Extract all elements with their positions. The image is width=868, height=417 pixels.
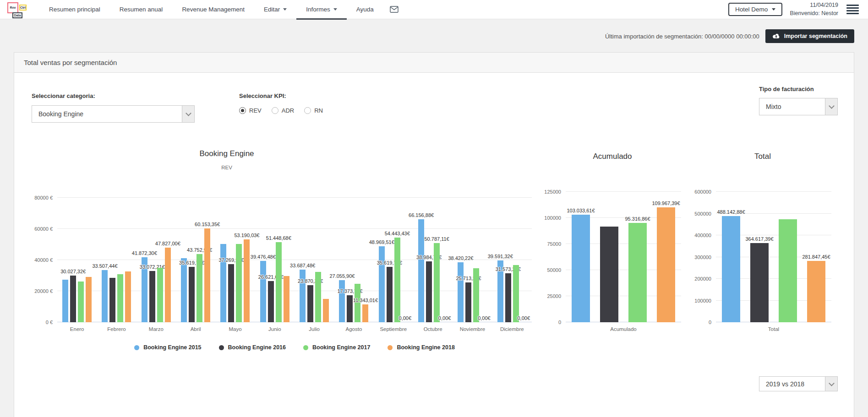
comparison-select[interactable]: 2019 vs 2018 xyxy=(759,376,838,391)
category-group-noviembre: 38.420,22€25.713,26€0,00€ xyxy=(453,198,492,322)
bar xyxy=(125,271,131,322)
bar xyxy=(86,277,92,322)
bar: 39.476,48€ xyxy=(260,261,266,322)
bar xyxy=(600,227,618,322)
bar-value-label: 33.507,44€ xyxy=(92,263,117,269)
chart-total: Total 0100000200000300000400000500000600… xyxy=(688,149,838,351)
chart-title: Total xyxy=(688,152,838,161)
category-select[interactable]: Booking Engine xyxy=(32,105,195,123)
panel-title: Total ventas por segmentación xyxy=(14,53,854,73)
legend-item[interactable]: Booking Engine 2017 xyxy=(303,344,370,351)
main-nav: Resumen principal Resumen anual Revenue … xyxy=(39,0,405,19)
x-category-label: Marzo xyxy=(136,326,176,332)
legend-label: Booking Engine 2015 xyxy=(143,344,201,351)
category-group-diciembre: 39.591,32€31.573,22€0,00€ xyxy=(492,198,532,322)
nav-item-ayuda[interactable]: Ayuda xyxy=(347,0,383,19)
legend-item[interactable]: Booking Engine 2015 xyxy=(134,344,201,351)
radio-unselected-icon[interactable] xyxy=(304,107,311,114)
bar xyxy=(157,268,163,322)
user-info: 11/04/2019 Bienvenido: Nestor xyxy=(790,1,838,17)
nav-item-editar-label: Editar xyxy=(264,6,280,13)
chart-booking-engine: Booking Engine REV 0 €20000 €40000 €6000… xyxy=(15,149,537,351)
bar: 47.827,00€ xyxy=(165,248,171,322)
x-category-label: Noviembre xyxy=(453,326,492,332)
import-row: Última importación de segmentación: 00/0… xyxy=(14,29,854,43)
legend-label: Booking Engine 2016 xyxy=(228,344,286,351)
nav-item-resumen-principal[interactable]: Resumen principal xyxy=(39,0,110,19)
x-category-label: Junio xyxy=(255,326,295,332)
category-label: Seleccionar categoria: xyxy=(32,92,195,99)
legend-item[interactable]: Booking Engine 2016 xyxy=(219,344,286,351)
bar-value-label: 27.055,90€ xyxy=(329,273,355,279)
bar: 281.847,45€ xyxy=(807,261,825,322)
bar xyxy=(236,244,242,322)
bar-value-label: 48.969,51€ xyxy=(369,239,394,245)
nav-item-editar[interactable]: Editar xyxy=(254,0,296,19)
mail-button[interactable] xyxy=(383,0,405,19)
chevron-down-icon xyxy=(825,377,837,391)
caret-down-icon xyxy=(772,8,775,11)
chart-acumulado: Acumulado 025000500007500010000012500010… xyxy=(537,149,688,351)
nav-item-resumen-anual[interactable]: Resumen anual xyxy=(110,0,173,19)
kpi-radio-rev[interactable]: REV xyxy=(239,107,262,114)
navbar-right: Hotel Demo 11/04/2019 Bienvenido: Nestor xyxy=(728,1,860,17)
bar-value-label: 0,00€ xyxy=(399,315,412,321)
category-group-agosto: 27.055,90€17.373,76€11.343,01€ xyxy=(334,198,373,322)
top-navbar: Rev Ctrl Data Resumen principal Resumen … xyxy=(0,0,868,19)
bar-value-label: 39.476,48€ xyxy=(251,254,276,260)
x-category-label: Febrero xyxy=(97,326,136,332)
envelope-icon xyxy=(390,6,399,13)
kpi-radio-adr[interactable]: ADR xyxy=(272,107,294,114)
category-group-octubre: 66.156,88€38.984,75€50.787,11€0,00€ xyxy=(413,198,453,322)
x-category-label: Acumulado xyxy=(566,326,681,332)
bar: 25.713,26€ xyxy=(465,282,471,322)
category-group-junio: 39.476,48€26.621,01€51.448,68€ xyxy=(255,198,295,322)
bar: 53.190,03€ xyxy=(244,239,250,322)
bar-value-label: 54.443,43€ xyxy=(385,231,410,236)
y-tick-label: 0 € xyxy=(16,320,53,325)
bar-value-label: 95.316,86€ xyxy=(625,216,650,222)
radio-selected-icon[interactable] xyxy=(239,107,246,114)
x-category-label: Septiembre xyxy=(374,326,413,332)
bar-value-label: 30.027,32€ xyxy=(60,269,86,274)
y-tick-label: 60000 € xyxy=(16,226,53,232)
bar-value-label: 66.156,88€ xyxy=(409,212,434,218)
bar-value-label: 0,00€ xyxy=(438,315,451,321)
kpi-radio-adr-label: ADR xyxy=(282,107,294,114)
bar xyxy=(513,265,519,322)
kpi-radio-rn[interactable]: RN xyxy=(304,107,323,114)
bar-value-label: 0,00€ xyxy=(478,315,491,321)
bar: 54.443,43€ xyxy=(394,238,400,322)
plot-area: 0100000200000300000400000500000600000488… xyxy=(716,192,831,322)
legend-item[interactable]: Booking Engine 2018 xyxy=(388,344,454,351)
bar-value-label: 50.787,11€ xyxy=(424,236,449,242)
bar: 103.033,61€ xyxy=(572,215,590,322)
menu-icon[interactable] xyxy=(846,4,860,16)
bar: 26.621,01€ xyxy=(268,281,274,323)
hotel-selector-button[interactable]: Hotel Demo xyxy=(728,3,782,16)
bar xyxy=(315,272,321,323)
bar: 50.787,11€ xyxy=(434,243,440,322)
bar-value-label: 33.687,48€ xyxy=(290,263,315,268)
category-control: Seleccionar categoria: Booking Engine xyxy=(32,92,195,123)
bar: 488.142,88€ xyxy=(722,216,740,322)
bar xyxy=(284,276,289,322)
bar xyxy=(62,280,68,322)
nav-item-informes[interactable]: Informes xyxy=(296,0,347,19)
charts-row: Booking Engine REV 0 €20000 €40000 €6000… xyxy=(14,123,854,351)
x-category-label: Enero xyxy=(57,326,97,332)
legend-marker-icon xyxy=(388,345,393,350)
bar-value-label: 39.591,32€ xyxy=(488,254,513,259)
legend-marker-icon xyxy=(303,345,308,350)
app-logo[interactable]: Rev Ctrl Data xyxy=(7,1,27,18)
kpi-control: Seleccionar KPI: REV ADR RN xyxy=(239,92,323,114)
category-group-enero: 30.027,32€ xyxy=(57,198,97,322)
category-group-abril: 35.619,70€43.752,95€60.153,35€ xyxy=(176,198,215,322)
import-segmentation-button[interactable]: Importar segmentación xyxy=(765,29,854,43)
billing-type-select[interactable]: Mixto xyxy=(759,98,838,115)
radio-unselected-icon[interactable] xyxy=(272,107,278,114)
y-tick-label: 80000 € xyxy=(16,195,53,200)
logo-data-box: Data xyxy=(12,12,22,18)
nav-item-revenue-management[interactable]: Revenue Management xyxy=(172,0,254,19)
bar: 17.373,76€ xyxy=(347,295,353,322)
